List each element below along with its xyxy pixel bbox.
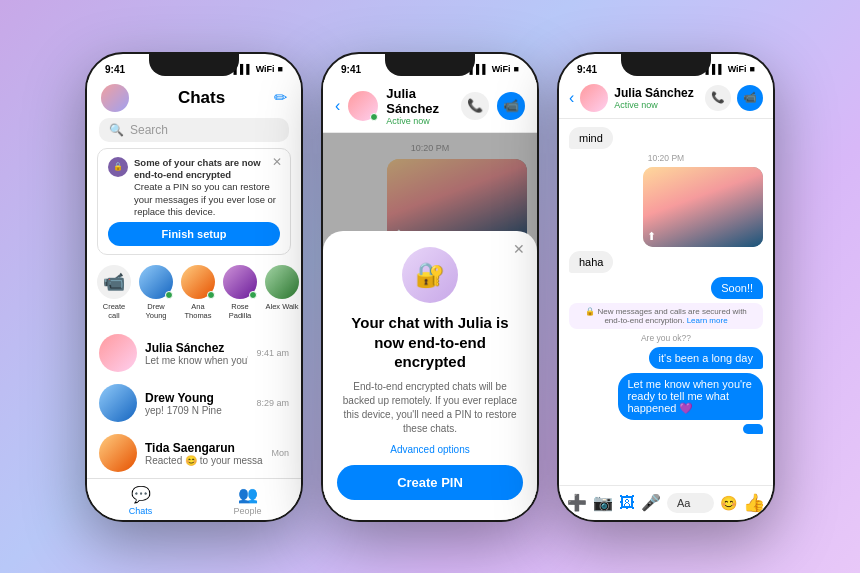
tida-preview-text: Reacted 😊 to your message	[145, 455, 263, 466]
story-drew[interactable]: Drew Young	[139, 265, 173, 320]
contact-name-2: Julia Sánchez	[386, 86, 453, 116]
share-icon-3[interactable]: ⬆	[647, 230, 656, 243]
banner-top: 🔒 Some of your chats are now end-to-end …	[108, 157, 280, 219]
search-placeholder: Search	[130, 123, 168, 137]
msg-long-day: Let me know when you're ready to tell me…	[618, 373, 764, 420]
create-call-icon: 📹	[97, 265, 131, 299]
chats-title: Chats	[178, 88, 225, 108]
chats-tab-icon: 💬	[131, 485, 151, 504]
rose-avatar	[223, 265, 257, 299]
chat-item-julia[interactable]: Julia Sánchez Let me know when you're...…	[87, 328, 301, 378]
phone-call-button[interactable]: 📞	[461, 92, 489, 120]
wifi-icon-3: WiFi	[728, 64, 747, 74]
user-avatar[interactable]	[101, 84, 129, 112]
like-icon[interactable]: 👍	[743, 492, 765, 514]
status-icons-3: ▌▌▌ WiFi ■	[706, 64, 756, 74]
p2-header: ‹ Julia Sánchez Active now 📞 📹	[323, 80, 537, 133]
tida-time: Mon	[271, 448, 289, 458]
chat-item-tida[interactable]: Tida Saengarun Reacted 😊 to your message…	[87, 428, 301, 477]
chats-tab-label: Chats	[129, 506, 153, 516]
image-icon[interactable]: 🖼	[619, 494, 635, 512]
julia-avatar	[99, 334, 137, 372]
close-icon[interactable]: ✕	[272, 155, 282, 169]
time-3: 9:41	[577, 64, 597, 75]
contact-info-2: Julia Sánchez Active now	[386, 86, 453, 126]
create-pin-button[interactable]: Create PIN	[337, 465, 523, 500]
msg-soon: Soon!!	[711, 277, 763, 299]
msg-mind: mind	[569, 127, 613, 149]
drew-chat-avatar	[99, 384, 137, 422]
back-button-2[interactable]: ‹	[335, 97, 340, 115]
julia-info: Julia Sánchez Let me know when you're...	[145, 341, 248, 366]
p3-input-bar: ➕ 📷 🖼 🎤 Aa 😊 👍	[559, 485, 773, 520]
julia-time: 9:41 am	[256, 348, 289, 358]
battery-icon: ■	[278, 64, 283, 74]
chats-header: Chats ✏	[87, 80, 301, 118]
story-create-call[interactable]: 📹 Create call	[97, 265, 131, 320]
status-icons-2: ▌▌▌ WiFi ■	[470, 64, 520, 74]
drew-label: Drew Young	[139, 302, 173, 320]
emoji-icon[interactable]: 😊	[720, 495, 737, 511]
time-2: 9:41	[341, 64, 361, 75]
mic-icon[interactable]: 🎤	[641, 493, 661, 512]
alex-label: Alex Walk	[265, 302, 298, 311]
lock-modal-icon: 🔐	[402, 247, 458, 303]
story-rose[interactable]: Rose Padilla	[223, 265, 257, 320]
phone-2: 9:41 ▌▌▌ WiFi ■ ‹ Julia Sánchez Active n…	[321, 52, 539, 522]
online-dot-2	[370, 113, 378, 121]
timestamp-1020: 10:20 PM	[569, 153, 763, 163]
header-actions-2: 📞 📹	[461, 92, 525, 120]
wifi-icon: WiFi	[256, 64, 275, 74]
edit-icon[interactable]: ✏	[274, 88, 287, 107]
rose-label: Rose Padilla	[223, 302, 257, 320]
message-input[interactable]: Aa	[667, 493, 714, 513]
story-ana[interactable]: Ana Thomas	[181, 265, 215, 320]
back-button-3[interactable]: ‹	[569, 89, 574, 107]
msg-ok: it's been a long day	[649, 347, 763, 369]
header-actions-3: 📞 📹	[705, 85, 763, 111]
chat-item-drew[interactable]: Drew Young yep! 1709 N Pine 8:29 am	[87, 378, 301, 428]
tab-chats[interactable]: 💬 Chats	[87, 485, 194, 516]
video-call-button[interactable]: 📹	[497, 92, 525, 120]
plus-icon[interactable]: ➕	[567, 493, 587, 512]
modal-title: Your chat with Julia is now end-to-end e…	[337, 313, 523, 372]
drew-preview-text: yep! 1709 N Pine	[145, 405, 222, 416]
image-bubble-3: ⬆	[643, 167, 763, 247]
chat-list: Julia Sánchez Let me know when you're...…	[87, 328, 301, 477]
msg-let-me-know	[743, 424, 763, 434]
people-tab-label: People	[233, 506, 261, 516]
julia-name: Julia Sánchez	[145, 341, 248, 355]
learn-more-link[interactable]: Learn more	[687, 316, 728, 325]
chats-screen: Chats ✏ 🔍 Search 🔒 Some of your chats ar…	[87, 80, 301, 520]
contact-avatar-3	[580, 84, 608, 112]
advanced-options-link[interactable]: Advanced options	[337, 444, 523, 455]
julia-preview-text: Let me know when you're...	[145, 355, 248, 366]
tida-avatar	[99, 434, 137, 472]
chat-screen-3: ‹ Julia Sánchez Active now 📞 📹 mind 10:2…	[559, 80, 773, 520]
phone-call-button-3[interactable]: 📞	[705, 85, 731, 111]
people-tab-icon: 👥	[238, 485, 258, 504]
drew-time: 8:29 am	[256, 398, 289, 408]
finish-setup-button[interactable]: Finish setup	[108, 222, 280, 246]
phone-1: 9:41 ▌▌▌ WiFi ■ Chats ✏ 🔍 Search 🔒 Some …	[85, 52, 303, 522]
drew-preview: yep! 1709 N Pine	[145, 405, 248, 416]
modal-overlay: ✕ 🔐 Your chat with Julia is now end-to-e…	[323, 133, 537, 520]
banner-text: Some of your chats are now end-to-end en…	[134, 157, 280, 219]
encryption-modal: ✕ 🔐 Your chat with Julia is now end-to-e…	[323, 231, 537, 520]
battery-icon-2: ■	[514, 64, 519, 74]
video-call-button-3[interactable]: 📹	[737, 85, 763, 111]
contact-avatar-2	[348, 91, 378, 121]
modal-close-icon[interactable]: ✕	[513, 241, 525, 257]
drew-name: Drew Young	[145, 391, 248, 405]
camera-icon[interactable]: 📷	[593, 493, 613, 512]
timestamp-845: Are you ok??	[569, 333, 763, 343]
contact-name-3: Julia Sánchez	[614, 86, 699, 100]
encrypt-notice: 🔒 New messages and calls are secured wit…	[569, 303, 763, 329]
search-icon: 🔍	[109, 123, 124, 137]
tida-name: Tida Saengarun	[145, 441, 263, 455]
encryption-banner: 🔒 Some of your chats are now end-to-end …	[97, 148, 291, 256]
notch-2	[385, 54, 475, 76]
tab-people[interactable]: 👥 People	[194, 485, 301, 516]
story-alex[interactable]: Alex Walk	[265, 265, 299, 320]
search-bar[interactable]: 🔍 Search	[99, 118, 289, 142]
